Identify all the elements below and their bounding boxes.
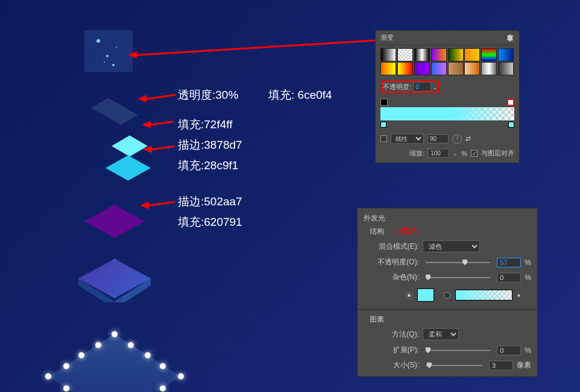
glow-gradient-preview[interactable] xyxy=(455,290,512,300)
size-input[interactable] xyxy=(489,361,513,370)
particle-layer-shape xyxy=(84,30,133,72)
dropdown-chevron-icon[interactable]: ⌄ xyxy=(453,151,458,157)
gradient-swatch[interactable] xyxy=(397,62,413,75)
size-slider[interactable] xyxy=(426,365,482,366)
percent: % xyxy=(525,258,531,267)
blend-mode-label: 混合模式(E): xyxy=(370,241,419,252)
glow-opacity-input[interactable] xyxy=(497,258,521,267)
cube-3d-shape xyxy=(72,259,157,316)
scale-label: 缩放: xyxy=(409,149,424,158)
gradient-swatch[interactable] xyxy=(481,48,497,61)
gradient-radio[interactable] xyxy=(444,292,450,299)
gradient-style-select[interactable]: 线性 xyxy=(391,134,424,144)
glow-color-box[interactable] xyxy=(417,288,434,302)
gradient-swatch[interactable] xyxy=(448,48,464,61)
glow-title: 外发光 xyxy=(364,212,531,225)
gradient-swatch[interactable] xyxy=(481,62,497,75)
gear-icon[interactable] xyxy=(506,34,514,42)
gradient-swatch[interactable] xyxy=(380,62,396,75)
opacity-label: 不透明度: ⌄ xyxy=(382,81,439,93)
annotation-stroke-502aa7: 描边:502aa7 xyxy=(178,194,242,210)
annotation-stroke-3878d7: 描边:3878d7 xyxy=(178,137,242,153)
diamond-cyan-light-shape xyxy=(112,135,148,157)
percent: % xyxy=(525,346,531,355)
align-checkbox[interactable]: ✓ xyxy=(471,150,478,157)
spread-label: 扩展(P): xyxy=(370,345,419,355)
gradient-swatch[interactable] xyxy=(431,62,447,75)
method-select[interactable]: 柔和 xyxy=(423,328,459,340)
annotation-fill-label: 填充: 6ce0f4 xyxy=(268,87,332,103)
gradient-bar[interactable] xyxy=(380,107,514,120)
glow-opacity-slider[interactable] xyxy=(426,262,490,263)
red-note: 小圆的 xyxy=(393,226,418,237)
glow-opacity-label: 不透明度(O): xyxy=(370,257,419,267)
opacity-stop-right[interactable] xyxy=(507,99,514,106)
annotation-fill-620791: 填充:620791 xyxy=(178,214,242,230)
structure-label: 结构 xyxy=(370,226,384,237)
angle-icon xyxy=(452,134,462,144)
diamond-purple-shape xyxy=(84,205,145,238)
gradient-bar-area xyxy=(376,95,519,130)
spread-input[interactable] xyxy=(497,346,521,355)
gradient-opacity-row: 不透明度: ⌄ xyxy=(376,78,519,95)
outer-glow-panel: 外发光 结构 小圆的 混合模式(E): 滤色 不透明度(O): % 杂色(N): xyxy=(357,208,538,377)
dropdown-chevron-icon[interactable]: ⌄ xyxy=(433,84,438,90)
gradient-swatch[interactable] xyxy=(431,48,447,61)
gradient-panel: 渐变 不透明度: ⌄ 线性 ⇄ 缩放: ⌄ xyxy=(375,30,520,163)
noise-slider[interactable] xyxy=(426,277,490,278)
opacity-stop-left[interactable] xyxy=(380,99,388,106)
diamond-cyan-dark-shape xyxy=(106,155,151,181)
gradient-panel-header: 渐变 xyxy=(376,31,519,45)
align-label: 与图层对齐 xyxy=(481,149,514,158)
gradient-swatch[interactable] xyxy=(464,62,480,75)
pixel-label: 像素 xyxy=(517,360,531,370)
percent: % xyxy=(461,150,467,157)
gradient-panel-title: 渐变 xyxy=(380,33,394,42)
gradient-swatch[interactable] xyxy=(448,62,464,75)
gradient-swatch[interactable] xyxy=(498,62,514,75)
spread-slider[interactable] xyxy=(426,350,490,351)
percent: % xyxy=(525,273,531,282)
noise-input[interactable] xyxy=(497,273,521,282)
dropdown-chevron-icon[interactable]: ▾ xyxy=(517,292,520,299)
noise-label: 杂色(N): xyxy=(370,272,419,282)
gradient-swatch[interactable] xyxy=(414,48,430,61)
blend-mode-select[interactable]: 滤色 xyxy=(423,240,480,252)
gradient-swatch[interactable] xyxy=(397,48,413,61)
size-label: 大小(S): xyxy=(370,360,419,370)
gradient-swatch[interactable] xyxy=(414,62,430,75)
diamond-dark-shape xyxy=(91,98,138,125)
gradient-swatch[interactable] xyxy=(380,48,396,61)
gradient-swatch[interactable] xyxy=(498,48,514,61)
gradient-swatches xyxy=(376,45,519,78)
method-label: 方法(Q): xyxy=(370,329,419,340)
reverse-checkbox[interactable] xyxy=(380,135,387,142)
diamond-outline-shape xyxy=(48,334,181,392)
gradient-angle-input[interactable] xyxy=(427,134,449,143)
gradient-scale-input[interactable] xyxy=(428,149,449,158)
elements-label: 图素 xyxy=(370,314,384,325)
gradient-swatch[interactable] xyxy=(464,48,480,61)
color-stop-left[interactable] xyxy=(380,122,386,128)
flip-icon[interactable]: ⇄ xyxy=(465,135,471,143)
color-radio[interactable] xyxy=(406,292,412,299)
annotation-fill-28c9f1: 填充:28c9f1 xyxy=(178,158,238,173)
color-stop-right[interactable] xyxy=(508,122,514,128)
annotation-opacity: 透明度:30% xyxy=(178,87,238,103)
gradient-opacity-input[interactable] xyxy=(413,82,431,92)
annotation-fill-72f4ff: 填充:72f4ff xyxy=(178,117,232,132)
